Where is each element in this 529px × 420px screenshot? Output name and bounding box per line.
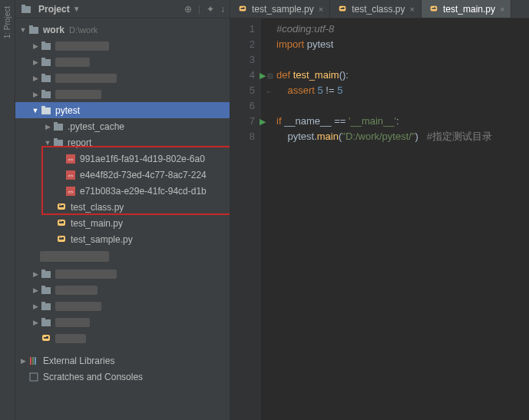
svg-rect-28 xyxy=(41,270,45,272)
sidebar-header: Project ▼ ⊕ | ✦ ↓ xyxy=(15,0,230,18)
file-label: test_main.py xyxy=(71,218,123,229)
html-icon: <> xyxy=(64,169,77,181)
blurred-label xyxy=(55,318,90,327)
project-tree[interactable]: ▼ work D:\work ▶ ▶ ▶ ▶ ▼ pytest ▶ .pytes… xyxy=(15,18,230,420)
tree-file[interactable] xyxy=(15,330,230,346)
svg-rect-34 xyxy=(41,318,45,320)
scratch-icon xyxy=(28,371,40,383)
tree-folder[interactable] xyxy=(15,247,230,266)
collapse-arrow-icon[interactable]: ▶ xyxy=(43,123,52,131)
fold-icon[interactable]: ⊟ xyxy=(267,68,276,84)
collapse-arrow-icon[interactable]: ▶ xyxy=(31,58,40,66)
svg-rect-37 xyxy=(35,357,36,365)
collapse-arrow-icon[interactable]: ▶ xyxy=(31,91,40,98)
folder-label: pytest xyxy=(55,105,80,116)
tree-folder[interactable]: ▶ xyxy=(15,282,230,298)
tree-folder[interactable]: ▶ xyxy=(15,86,230,102)
strip-index: 1: Project xyxy=(3,6,12,38)
svg-rect-27 xyxy=(41,271,51,278)
code-line: import pytest xyxy=(276,37,529,52)
collapse-arrow-icon[interactable]: ▶ xyxy=(18,357,28,365)
run-gutter-icon[interactable]: ▶ xyxy=(260,68,266,83)
folder-icon xyxy=(40,268,52,280)
line-number: 3 xyxy=(230,52,255,68)
project-icon xyxy=(20,3,32,15)
sidebar-title: Project xyxy=(38,4,70,15)
tree-file-py[interactable]: test_class.py xyxy=(15,199,230,215)
tool-window-strip[interactable]: 1: Project xyxy=(0,0,15,420)
svg-rect-8 xyxy=(41,75,51,82)
gutter[interactable]: 1 2 3 4▶ 5 6 7▶ 8 xyxy=(230,18,261,420)
fold-end-icon[interactable]: ⌐ xyxy=(267,84,276,99)
tree-external-libs[interactable]: ▶ External Libraries xyxy=(15,352,230,369)
chevron-down-icon[interactable]: ▼ xyxy=(73,5,81,13)
folder-icon xyxy=(40,56,52,68)
svg-rect-5 xyxy=(41,41,45,44)
blurred-label xyxy=(40,251,109,262)
close-icon[interactable]: × xyxy=(319,5,323,14)
folder-icon xyxy=(40,72,52,84)
code-line: ⌐ assert 5 != 5 xyxy=(276,83,529,98)
tree-folder[interactable]: ▶ xyxy=(15,314,230,330)
tab-test-main[interactable]: test_main.py × xyxy=(422,0,511,18)
code-content[interactable]: #coding:utf-8 import pytest ⊟def test_ma… xyxy=(261,18,529,420)
tree-folder[interactable]: ▶ xyxy=(15,266,230,282)
collapse-arrow-icon[interactable]: ▶ xyxy=(31,74,40,82)
tree-folder-cache[interactable]: ▶ .pytest_cache xyxy=(15,118,230,134)
collapse-arrow-icon[interactable]: ▶ xyxy=(31,270,40,278)
tree-file-html[interactable]: <> 991ae1f6-fa91-4d19-802e-6a0 xyxy=(15,150,230,167)
svg-rect-36 xyxy=(32,357,34,365)
gear-icon[interactable]: ✦ xyxy=(207,4,214,15)
sidebar-tools: ⊕ | ✦ ↓ xyxy=(184,4,225,15)
path-hint: D:\work xyxy=(69,25,98,35)
close-icon[interactable]: × xyxy=(500,5,504,14)
code-line xyxy=(276,52,529,68)
expand-arrow-icon[interactable]: ▼ xyxy=(18,26,28,34)
line-number: 5 xyxy=(230,83,255,98)
blurred-label xyxy=(55,58,90,67)
tab-test-sample[interactable]: test_sample.py × xyxy=(230,0,330,18)
svg-rect-35 xyxy=(30,357,31,365)
run-gutter-icon[interactable]: ▶ xyxy=(260,114,266,129)
tree-folder[interactable]: ▶ xyxy=(15,298,230,314)
expand-arrow-icon[interactable]: ▼ xyxy=(31,107,40,114)
tree-file-py[interactable]: test_sample.py xyxy=(15,231,230,247)
svg-rect-16 xyxy=(54,140,63,147)
hide-icon[interactable]: ↓ xyxy=(220,4,225,15)
tab-label: test_class.py xyxy=(352,4,405,15)
folder-label: .pytest_cache xyxy=(68,121,124,132)
line-number: 7▶ xyxy=(230,114,255,129)
line-number: 6 xyxy=(230,98,255,114)
collapse-arrow-icon[interactable]: ▶ xyxy=(31,42,40,50)
python-icon xyxy=(236,3,249,15)
tree-scratches[interactable]: Scratches and Consoles xyxy=(15,369,230,385)
folder-label: work xyxy=(43,25,64,35)
tree-folder[interactable]: ▶ xyxy=(15,38,230,54)
code-editor[interactable]: 1 2 3 4▶ 5 6 7▶ 8 #coding:utf-8 import p… xyxy=(230,18,529,420)
scratches-label: Scratches and Consoles xyxy=(43,372,143,382)
svg-rect-15 xyxy=(54,122,58,124)
close-icon[interactable]: × xyxy=(410,5,415,14)
svg-rect-14 xyxy=(54,124,63,131)
tree-folder-pytest[interactable]: ▼ pytest xyxy=(15,102,230,118)
blurred-label xyxy=(55,334,86,343)
expand-arrow-icon[interactable]: ▼ xyxy=(43,139,52,147)
svg-rect-12 xyxy=(41,107,51,114)
tree-folder[interactable]: ▶ xyxy=(15,70,230,86)
folder-label: report xyxy=(68,137,91,148)
collapse-arrow-icon[interactable]: ▶ xyxy=(31,286,40,294)
collapse-icon[interactable]: ⊕ xyxy=(184,4,192,15)
tree-root[interactable]: ▼ work D:\work xyxy=(15,21,230,38)
collapse-arrow-icon[interactable]: ▶ xyxy=(31,303,40,310)
tree-folder-report[interactable]: ▼ report xyxy=(15,134,230,150)
line-number: 2 xyxy=(230,37,255,52)
tree-file-html[interactable]: <> e4e4f82d-73ed-4c77-8ac7-224 xyxy=(15,167,230,183)
tab-test-class[interactable]: test_class.py × xyxy=(330,0,422,18)
tree-file-html[interactable]: <> e71b083a-e29e-41fc-94cd-d1b xyxy=(15,183,230,199)
editor-tabs: test_sample.py × test_class.py × test_ma… xyxy=(230,0,529,18)
external-label: External Libraries xyxy=(43,356,114,366)
tree-file-py[interactable]: test_main.py xyxy=(15,215,230,231)
collapse-arrow-icon[interactable]: ▶ xyxy=(31,319,40,326)
tree-folder[interactable]: ▶ xyxy=(15,54,230,70)
code-line: pytest.main("D:/work/pytest/") #指定测试目录 xyxy=(276,129,529,144)
